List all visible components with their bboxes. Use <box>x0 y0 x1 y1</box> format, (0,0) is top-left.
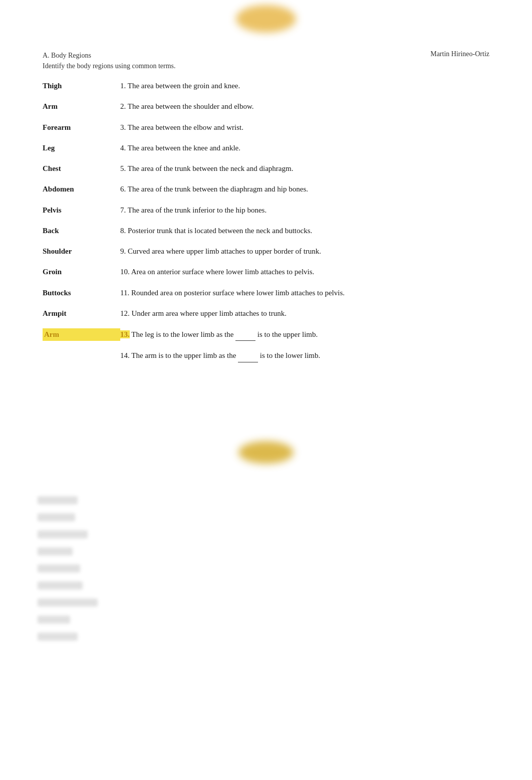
term-back: Back <box>43 225 120 237</box>
term-abdomen: Abdomen <box>43 183 120 195</box>
def-thigh: 1. The area between the groin and knee. <box>120 80 489 92</box>
term-groin: Groin <box>43 266 120 278</box>
term-arm: Arm <box>43 101 120 112</box>
blank-13 <box>235 329 255 341</box>
blurred-block-4 <box>38 547 73 555</box>
bottom-blurred-section <box>38 496 98 650</box>
list-item: Groin 10. Area on anterior surface where… <box>43 266 489 278</box>
def-back: 8. Posterior trunk that is located betwe… <box>120 225 489 237</box>
list-item: Armpit 12. Under arm area where upper li… <box>43 308 489 319</box>
list-item: Buttocks 11. Rounded area on posterior s… <box>43 287 489 299</box>
content-area: A. Body Regions Identify the body region… <box>43 50 489 371</box>
def-forearm: 3. The area between the elbow and wrist. <box>120 122 489 133</box>
def-buttocks: 11. Rounded area on posterior surface wh… <box>120 287 489 299</box>
header-left: A. Body Regions Identify the body region… <box>43 50 176 71</box>
list-item: Thigh 1. The area between the groin and … <box>43 80 489 92</box>
list-item: Abdomen 6. The area of the trunk between… <box>43 183 489 195</box>
def-shoulder: 9. Curved area where upper limb attaches… <box>120 246 489 257</box>
def-arm: 2. The area between the shoulder and elb… <box>120 101 489 112</box>
list-item: Forearm 3. The area between the elbow an… <box>43 122 489 133</box>
term-thigh: Thigh <box>43 80 120 92</box>
blurred-block-8 <box>38 616 70 624</box>
term-buttocks: Buttocks <box>43 287 120 299</box>
list-item: Back 8. Posterior trunk that is located … <box>43 225 489 237</box>
list-item: Leg 4. The area between the knee and ank… <box>43 142 489 154</box>
number-highlight-13: 13. <box>120 330 130 338</box>
page: A. Body Regions Identify the body region… <box>0 0 532 780</box>
blurred-block-6 <box>38 581 83 590</box>
list-item: Pelvis 7. The area of the trunk inferior… <box>43 205 489 216</box>
top-decoration-blob <box>236 5 296 33</box>
blurred-block-1 <box>38 496 78 504</box>
middle-decoration-blob <box>238 441 294 464</box>
term-shoulder: Shoulder <box>43 246 120 257</box>
def-item14: 14. The arm is to the upper limb as the … <box>120 350 489 362</box>
blurred-block-9 <box>38 633 78 641</box>
term-leg: Leg <box>43 142 120 154</box>
def-abdomen: 6. The area of the trunk between the dia… <box>120 183 489 195</box>
list-item: Arm 2. The area between the shoulder and… <box>43 101 489 112</box>
blurred-block-5 <box>38 564 80 572</box>
instructions: Identify the body regions using common t… <box>43 61 176 71</box>
list-item: Arm 13. The leg is to the lower limb as … <box>43 328 489 341</box>
def-item13: 13. The leg is to the lower limb as the … <box>120 329 489 341</box>
def-pelvis: 7. The area of the trunk inferior to the… <box>120 205 489 216</box>
list-item: Chest 5. The area of the trunk between t… <box>43 163 489 174</box>
def-groin: 10. Area on anterior surface where lower… <box>120 266 489 278</box>
header-row: A. Body Regions Identify the body region… <box>43 50 489 71</box>
list-item: 14. The arm is to the upper limb as the … <box>43 350 489 362</box>
list-item: Shoulder 9. Curved area where upper limb… <box>43 246 489 257</box>
def-chest: 5. The area of the trunk between the nec… <box>120 163 489 174</box>
def-armpit: 12. Under arm area where upper limb atta… <box>120 308 489 319</box>
term-armpit: Armpit <box>43 308 120 319</box>
def-leg: 4. The area between the knee and ankle. <box>120 142 489 154</box>
blank-14 <box>238 350 258 362</box>
blurred-block-2 <box>38 513 75 521</box>
term-pelvis: Pelvis <box>43 205 120 216</box>
items-table: Thigh 1. The area between the groin and … <box>43 80 489 362</box>
term-forearm: Forearm <box>43 122 120 133</box>
section-label: A. Body Regions <box>43 50 176 61</box>
student-name: Martin Hirineo-Ortiz <box>430 50 489 58</box>
blurred-block-3 <box>38 530 88 538</box>
term-arm-highlighted: Arm <box>43 328 120 341</box>
term-chest: Chest <box>43 163 120 174</box>
blurred-block-7 <box>38 599 98 607</box>
